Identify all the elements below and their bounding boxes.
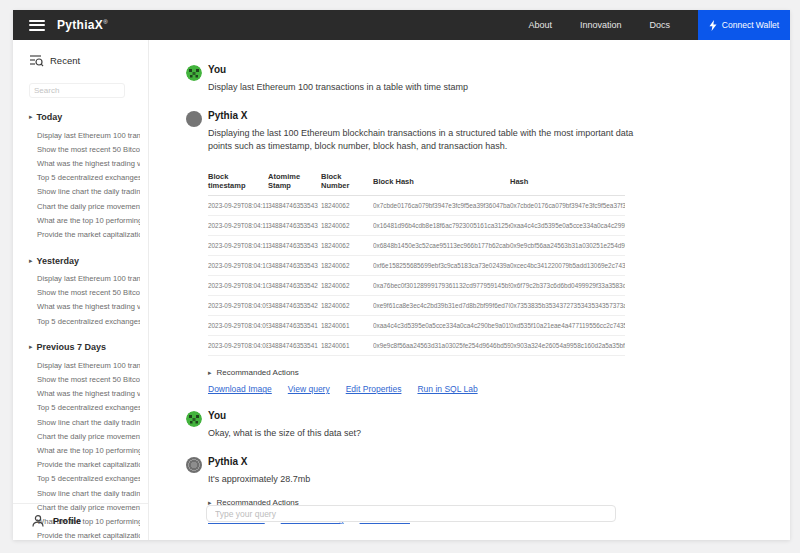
action-link[interactable]: Edit Properties bbox=[346, 384, 402, 394]
table-row: 2023-09-29T08:04:11 34884746353543 18240… bbox=[208, 216, 625, 236]
cell-block-number: 18240062 bbox=[321, 236, 373, 256]
sidebar-history-item[interactable]: Show the most recent 50 Bitcoin.. bbox=[29, 142, 140, 156]
sidebar-history-item[interactable]: Chart the daily price movement bbox=[29, 199, 140, 213]
col-header-block-hash: Block Hash bbox=[373, 167, 510, 196]
message-text: Display last Ethereum 100 transactions i… bbox=[208, 81, 468, 94]
action-link[interactable]: Run in SQL Lab bbox=[417, 384, 477, 394]
sidebar-history-item[interactable]: What was the highest trading volume.. bbox=[29, 300, 140, 314]
user-avatar bbox=[186, 411, 202, 427]
sidebar-section-today: ▸ Today Display last Ethereum 100 transa… bbox=[29, 112, 140, 242]
user-avatar bbox=[186, 65, 202, 81]
sidebar-history-item[interactable]: Display last Ethereum 100 transactions.. bbox=[29, 272, 140, 286]
sidebar-history-item[interactable]: Show line chart the daily trading.. bbox=[29, 185, 140, 199]
cell-block-number: 18240061 bbox=[321, 316, 373, 336]
section-header-today[interactable]: ▸ Today bbox=[29, 112, 140, 122]
recent-search-icon bbox=[29, 54, 44, 67]
cell-block-number: 18240062 bbox=[321, 276, 373, 296]
section-label: Yesterday bbox=[37, 256, 80, 266]
sidebar-history-item[interactable]: Show line chart the daily trading.. bbox=[29, 486, 140, 500]
cell-atomime-stamp: 34884746353543 bbox=[268, 256, 321, 276]
nav-about[interactable]: About bbox=[528, 20, 552, 30]
cell-block-number: 18240061 bbox=[321, 336, 373, 356]
recent-label: Recent bbox=[50, 55, 80, 66]
sidebar-history-item[interactable]: Provide the market capitalization of.. bbox=[29, 458, 140, 472]
cell-block-timestamp: 2023-09-29T08:04:09 bbox=[208, 316, 268, 336]
caret-icon: ▸ bbox=[29, 257, 33, 265]
table-row: 2023-09-29T08:04:11 34884746353543 18240… bbox=[208, 196, 625, 216]
query-input[interactable] bbox=[206, 505, 616, 522]
app-window: PythiaX® About Innovation Docs Connect W… bbox=[13, 10, 790, 540]
sidebar-history-item[interactable]: Top 5 decentralized exchanges (DEX).. bbox=[29, 171, 140, 185]
sidebar-history-item[interactable]: Chart the daily price movement bbox=[29, 429, 140, 443]
nav-docs[interactable]: Docs bbox=[649, 20, 670, 30]
pythia-avatar bbox=[186, 111, 202, 127]
section-header-yesterday[interactable]: ▸ Yesterday bbox=[29, 256, 140, 266]
sidebar-history-item[interactable]: What are the top 10 performing bbox=[29, 443, 140, 457]
cell-block-hash: 0x6848b1450e3c52cae95113ec966b177b62cabd… bbox=[373, 236, 510, 256]
cell-atomime-stamp: 34884746353542 bbox=[268, 276, 321, 296]
cell-block-hash: 0x16481d96b4cdb8e18f6ac7923005161ca3125e… bbox=[373, 216, 510, 236]
sidebar-list-today: Display last Ethereum 100 transactions..… bbox=[29, 128, 140, 242]
cell-block-hash: 0xf6e158255685699ebf3c9ca5183ca73e02439a… bbox=[373, 256, 510, 276]
message-text: Okay, what is the size of this data set? bbox=[208, 427, 361, 440]
sidebar-history-item[interactable]: Top 5 decentralized exchanges (DEX).. bbox=[29, 472, 140, 486]
cell-atomime-stamp: 34884746353542 bbox=[268, 296, 321, 316]
sidebar-search-input[interactable] bbox=[29, 83, 125, 98]
sidebar-history-item[interactable]: Show line chart the daily trading.. bbox=[29, 415, 140, 429]
sidebar-history-item[interactable]: What was the highest trading volume.. bbox=[29, 387, 140, 401]
table-row: 2023-09-29T08:04:09 34884746353542 18240… bbox=[208, 296, 625, 316]
cell-block-number: 18240062 bbox=[321, 296, 373, 316]
message-text: Displaying the last 100 Ethereum blockch… bbox=[208, 127, 636, 153]
chat-message-bot-1: Pythia X Displaying the last 100 Ethereu… bbox=[186, 110, 790, 394]
pythia-avatar bbox=[186, 457, 202, 473]
cell-block-timestamp: 2023-09-29T08:04:10 bbox=[208, 276, 268, 296]
sidebar-history-item[interactable]: Display last Ethereum 100 transactions.. bbox=[29, 358, 140, 372]
sidebar-history-item[interactable]: Top 5 decentralized exchanges (DEX).. bbox=[29, 401, 140, 415]
lightning-icon bbox=[709, 20, 717, 31]
action-link[interactable]: View query bbox=[288, 384, 330, 394]
cell-atomime-stamp: 34884746353543 bbox=[268, 216, 321, 236]
cell-hash: 0x9e9cbf56aa24563b31a030251e254d96468d5f… bbox=[510, 236, 625, 256]
sidebar-history-item[interactable]: Top 5 decentralized exchanges (DEX).. bbox=[29, 314, 140, 328]
top-bar: PythiaX® About Innovation Docs Connect W… bbox=[13, 10, 790, 40]
cell-block-hash: 0xaa4c4c3d5395e0a5cce334a0ca4c290be9a015… bbox=[373, 316, 510, 336]
chat-message-user-2: You Okay, what is the size of this data … bbox=[186, 410, 790, 440]
cell-block-number: 18240062 bbox=[321, 216, 373, 236]
cell-hash: 0xaa4c4c3d5395e0a5cce334a0ca4c299ba08a0 bbox=[510, 216, 625, 236]
section-header-previous-7-days[interactable]: ▸ Previous 7 Days bbox=[29, 342, 140, 352]
section-label: Previous 7 Days bbox=[37, 342, 107, 352]
sidebar-history-item[interactable]: Show the most recent 50 Bitcoin.. bbox=[29, 372, 140, 386]
action-link[interactable]: Download Image bbox=[208, 384, 272, 394]
col-header-hash: Hash bbox=[510, 167, 625, 196]
sidebar-history-item[interactable]: Provide the market capitalization of.. bbox=[29, 227, 140, 241]
cell-block-hash: 0x9e9c8f56aa24563d31a03025fe254d9646bd59… bbox=[373, 336, 510, 356]
cell-block-hash: 0xa76bec0f30128999179361132cd977959145b9… bbox=[373, 276, 510, 296]
cell-block-number: 18240062 bbox=[321, 256, 373, 276]
message-text: It's approximately 28.7mb bbox=[208, 473, 410, 486]
table-row: 2023-09-29T08:04:11 34884746353543 18240… bbox=[208, 236, 625, 256]
cell-atomime-stamp: 34884746353543 bbox=[268, 236, 321, 256]
profile-label: Profile bbox=[53, 516, 81, 526]
message-author: Pythia X bbox=[208, 110, 636, 121]
cell-atomime-stamp: 34884746353543 bbox=[268, 196, 321, 216]
logo-registered-mark: ® bbox=[103, 19, 108, 25]
chat-main: You Display last Ethereum 100 transactio… bbox=[149, 40, 790, 540]
caret-icon: ▸ bbox=[208, 369, 212, 377]
sidebar-history-item[interactable]: What are the top 10 performing bbox=[29, 213, 140, 227]
top-nav: About Innovation Docs Connect Wallet bbox=[528, 10, 790, 40]
transactions-table: Block timestamp Atomime Stamp Block Numb… bbox=[208, 167, 625, 356]
profile-button[interactable]: Profile bbox=[13, 503, 148, 540]
table-header-row: Block timestamp Atomime Stamp Block Numb… bbox=[208, 167, 625, 196]
nav-innovation[interactable]: Innovation bbox=[580, 20, 622, 30]
connect-wallet-button[interactable]: Connect Wallet bbox=[698, 10, 790, 40]
cell-block-timestamp: 2023-09-29T08:04:08 bbox=[208, 336, 268, 356]
col-header-block-timestamp: Block timestamp bbox=[208, 167, 268, 196]
recommended-actions-header[interactable]: ▸ Recommanded Actions bbox=[208, 368, 636, 377]
recent-header: Recent bbox=[29, 54, 140, 67]
hamburger-menu-icon[interactable] bbox=[29, 20, 45, 31]
message-author: You bbox=[208, 64, 468, 75]
sidebar-history-item[interactable]: Display last Ethereum 100 transactions.. bbox=[29, 128, 140, 142]
sidebar-history-item[interactable]: Show the most recent 50 Bitcoin.. bbox=[29, 286, 140, 300]
cell-atomime-stamp: 34884746353541 bbox=[268, 336, 321, 356]
sidebar-history-item[interactable]: What was the highest trading volume.. bbox=[29, 156, 140, 170]
